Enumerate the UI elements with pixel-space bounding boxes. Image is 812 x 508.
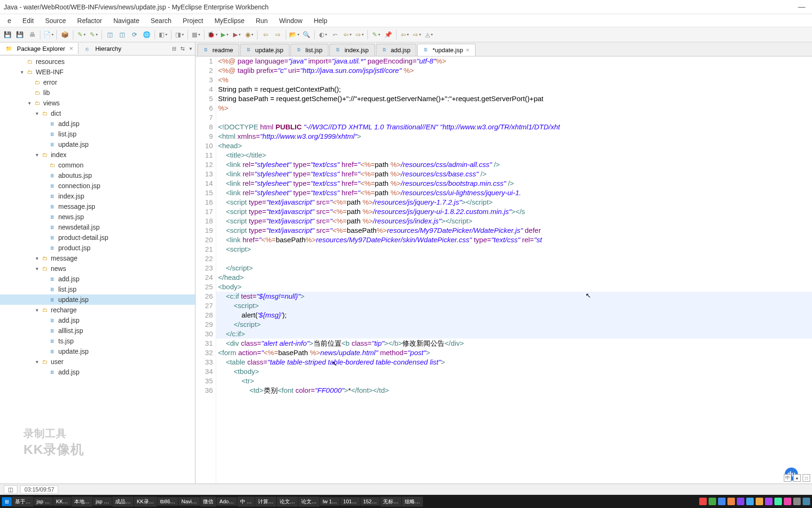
tree-item[interactable]: 🗀lib: [0, 87, 195, 98]
open-type-icon[interactable]: 📂: [289, 29, 300, 40]
next-annotation-icon[interactable]: ⇨: [272, 29, 283, 40]
tray-icon[interactable]: [774, 498, 782, 505]
tree-item[interactable]: ▾🗀views: [0, 98, 195, 108]
new-icon[interactable]: 📄: [43, 29, 54, 40]
tree-item[interactable]: ▾🗀news: [0, 263, 195, 274]
taskbar-item[interactable]: jsp …: [34, 497, 53, 506]
tab-package-explorer[interactable]: 📁 Package Explorer ✕: [0, 43, 78, 54]
launch-icon[interactable]: ◨: [174, 29, 185, 40]
tree-item[interactable]: ▾🗀user: [0, 357, 195, 367]
expander-icon[interactable]: ▾: [19, 69, 25, 75]
save-icon[interactable]: 💾: [2, 29, 13, 40]
taskbar-item[interactable]: 本地…: [71, 497, 93, 507]
search-icon[interactable]: 🔍: [301, 29, 312, 40]
tree-item[interactable]: 🗀resources: [0, 56, 195, 67]
menu-window[interactable]: Window: [273, 15, 308, 26]
coverage-icon[interactable]: ◉: [243, 29, 255, 40]
tree-item[interactable]: 🗎product.jsp: [0, 243, 195, 253]
db-icon[interactable]: ◫: [104, 29, 116, 40]
tree-item[interactable]: 🗀common: [0, 160, 195, 170]
pin-icon[interactable]: 📌: [383, 29, 394, 40]
code-area[interactable]: <%@ page language="java" import="java.ut…: [216, 56, 812, 484]
taskbar-item[interactable]: 论文…: [277, 497, 298, 507]
tray-icon[interactable]: [803, 498, 810, 505]
print-icon[interactable]: 🖶: [26, 29, 38, 40]
taskbar-item[interactable]: lw 1…: [320, 497, 340, 506]
debug-icon[interactable]: 🐞: [207, 29, 218, 40]
start-button[interactable]: ⊞: [2, 497, 12, 506]
expander-icon[interactable]: ▾: [34, 266, 40, 272]
ime-lang[interactable]: 中: [784, 474, 791, 482]
taskbar-item[interactable]: 成品…: [112, 497, 133, 507]
wizard2-icon[interactable]: ✎: [88, 29, 99, 40]
back-history-icon[interactable]: ⇦: [342, 29, 353, 40]
expander-icon[interactable]: ▾: [26, 100, 33, 106]
menu-source[interactable]: Source: [39, 15, 71, 26]
tree-item[interactable]: ▾🗀dict: [0, 108, 195, 119]
tree-item[interactable]: 🗎product-detail.jsp: [0, 232, 195, 243]
refresh-icon[interactable]: ⟳: [129, 29, 140, 40]
tree-item[interactable]: 🗎index.jsp: [0, 191, 195, 201]
last-edit-icon[interactable]: ⤺: [329, 29, 341, 40]
taskbar-item[interactable]: 基于…: [12, 497, 33, 507]
tree-item[interactable]: 🗎newsdetail.jsp: [0, 222, 195, 232]
tree-item[interactable]: 🗎add.jsp: [0, 274, 195, 284]
menu-myeclipse[interactable]: MyEclipse: [209, 15, 250, 26]
editor-tab[interactable]: 🗎list.jsp: [290, 44, 328, 56]
tree-item[interactable]: 🗎update.jsp: [0, 294, 195, 305]
menu-edit[interactable]: Edit: [17, 15, 39, 26]
wizard1-icon[interactable]: ✎: [76, 29, 87, 40]
tree-item[interactable]: 🗎news.jsp: [0, 212, 195, 222]
tree-item[interactable]: 🗎list.jsp: [0, 284, 195, 294]
system-tray[interactable]: [699, 498, 810, 505]
expander-icon[interactable]: ▾: [34, 111, 40, 117]
taskbar-item[interactable]: KK录…: [134, 497, 157, 507]
tree-item[interactable]: 🗎add.jsp: [0, 119, 195, 129]
nav-next-icon[interactable]: ⇨: [411, 29, 422, 40]
ime-toggle[interactable]: □: [803, 474, 810, 482]
tree-item[interactable]: ▾🗀index: [0, 150, 195, 160]
last-loc-icon[interactable]: ◬: [423, 29, 435, 40]
tray-icon[interactable]: [699, 498, 707, 505]
globe-icon[interactable]: 🌐: [141, 29, 152, 40]
toggle-icon[interactable]: ◐: [317, 29, 328, 40]
ext-tools-icon[interactable]: ▶: [231, 29, 242, 40]
taskbar-item[interactable]: 微信: [200, 497, 216, 507]
expander-icon[interactable]: ▾: [34, 255, 40, 262]
bookmark-icon[interactable]: ✎: [370, 29, 382, 40]
taskbar-item[interactable]: Ado…: [217, 497, 237, 506]
editor-tab[interactable]: 🗎add.jsp: [376, 44, 417, 56]
tree-item[interactable]: 🗎list.jsp: [0, 129, 195, 139]
menu-refactor[interactable]: Refactor: [71, 15, 108, 26]
view-menu-icon[interactable]: ▾: [187, 45, 195, 53]
run-icon[interactable]: ▶: [219, 29, 230, 40]
ime-mode[interactable]: ●: [793, 474, 801, 482]
tree-item[interactable]: 🗎ts.jsp: [0, 336, 195, 346]
expander-icon[interactable]: ▾: [34, 359, 40, 365]
minimize-icon[interactable]: —: [795, 3, 808, 11]
tree-item[interactable]: 🗎connection.jsp: [0, 181, 195, 191]
taskbar-item[interactable]: KK…: [53, 497, 71, 506]
link-editor-icon[interactable]: ⇆: [178, 45, 187, 53]
tray-icon[interactable]: [765, 498, 773, 505]
tree-item[interactable]: 🗎add.jsp: [0, 315, 195, 325]
taskbar-item[interactable]: tb86…: [157, 497, 178, 506]
taskbar-item[interactable]: 无标…: [380, 497, 401, 507]
collapse-all-icon[interactable]: ⊟: [170, 45, 178, 53]
server-icon[interactable]: ◫: [117, 29, 128, 40]
menu-search[interactable]: Search: [145, 15, 177, 26]
taskbar-item[interactable]: jsp …: [93, 497, 112, 506]
open-perspective-icon[interactable]: ▦: [190, 29, 202, 40]
tray-icon[interactable]: [718, 498, 726, 505]
code-editor[interactable]: 1234567891011121314151617181920212223242…: [195, 56, 812, 484]
tree-item[interactable]: 🗎message.jsp: [0, 201, 195, 212]
taskbar-item[interactable]: 101…: [340, 497, 359, 506]
tree-item[interactable]: 🗎update.jsp: [0, 139, 195, 150]
tray-icon[interactable]: [746, 498, 754, 505]
tray-icon[interactable]: [784, 498, 791, 505]
taskbar-item[interactable]: 中 …: [237, 497, 255, 507]
tab-hierarchy[interactable]: ⎋ Hierarchy: [78, 43, 126, 54]
expander-icon[interactable]: ▾: [34, 152, 40, 158]
tree-item[interactable]: ▾🗀recharge: [0, 305, 195, 315]
tray-icon[interactable]: [756, 498, 763, 505]
